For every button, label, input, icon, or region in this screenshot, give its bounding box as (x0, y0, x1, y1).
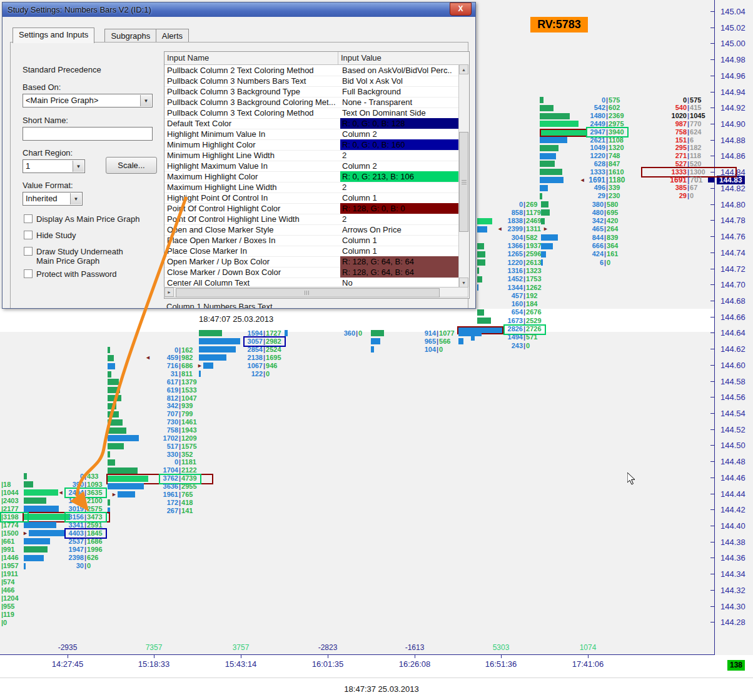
tab-alerts[interactable]: Alerts (156, 29, 189, 43)
close-icon[interactable]: X (450, 2, 472, 16)
table-row[interactable]: Minimum Highlight ColorR: 0, G: 0, B: 16… (164, 139, 458, 151)
study-settings-dialog: Study Settings: Numbers Bars V2 (ID:1) X… (2, 2, 476, 309)
bid-value: 29 (618, 192, 687, 200)
ask-value: 264 (607, 225, 618, 233)
based-on-select[interactable]: <Main Price Graph> ▼ (23, 94, 153, 108)
checkbox-icon[interactable] (24, 214, 33, 223)
value-format-select[interactable]: Inherited ▼ (23, 192, 83, 206)
ask-value: 1943 (181, 426, 196, 434)
input-value-cell: Column 1 (340, 246, 458, 256)
table-row[interactable]: Maximum Highlight Line Width2 (164, 182, 458, 193)
open-close-marker-right-icon: ► (111, 491, 117, 498)
scrollbar-thumb[interactable] (176, 288, 440, 298)
vertical-scrollbar[interactable]: ▲ ▼ (458, 64, 469, 288)
scale-button[interactable]: Scale... (106, 157, 157, 174)
checkbox-display-as-main-price-graph[interactable]: Display As Main Price Graph (24, 214, 139, 224)
dialog-title-bar[interactable]: Study Settings: Numbers Bars V2 (ID:1) X (3, 2, 475, 17)
bid-value: 914 (367, 329, 436, 338)
table-row[interactable]: Place Open Marker / Boxes InColumn 1 (164, 235, 458, 246)
checkbox-protect-with-password[interactable]: Protect with Password (24, 269, 117, 279)
bid-value: 342 (535, 217, 604, 225)
chevron-down-icon[interactable]: ▼ (140, 95, 151, 106)
inputs-table[interactable]: Input Name Input Value Pullback Column 2… (164, 51, 470, 299)
ask-value: 0 (607, 259, 610, 267)
input-value-cell: Text On Dominant Side (340, 108, 458, 118)
bid-value: 0 (537, 96, 605, 104)
open-close-marker-right-icon: ► (23, 530, 28, 537)
bidask-cell: 2621|1108 (537, 136, 624, 144)
scroll-up-icon[interactable]: ▲ (459, 64, 468, 74)
horizontal-scrollbar[interactable]: ◄ ► (164, 287, 468, 298)
bidask-cell: 965|566 (367, 338, 450, 346)
ask-value: 1686 (87, 538, 102, 546)
chevron-down-icon[interactable]: ▼ (73, 161, 84, 172)
ask-value: 364 (607, 242, 618, 250)
bid-value: 330 (109, 451, 178, 459)
table-row[interactable]: Place Close Marker InColumn 1 (164, 246, 458, 257)
table-row[interactable]: Highlight Point Of Control InColumn 1 (164, 192, 458, 204)
chevron-down-icon[interactable]: ▼ (70, 193, 81, 204)
checkbox-icon[interactable] (24, 247, 33, 256)
bidask-cell: 29|230 (537, 192, 620, 200)
checkbox-icon[interactable] (24, 269, 33, 278)
table-row[interactable]: Highlight Maximum Value InColumn 2 (164, 161, 458, 172)
tab-subgraphs[interactable]: Subgraphs (104, 29, 156, 43)
bidask-cell: 1067|946 (194, 362, 277, 370)
bid-value: 1020 (618, 112, 687, 120)
tab-settings-and-inputs[interactable]: Settings and Inputs (13, 28, 94, 43)
table-row[interactable]: Pullback Column 3 Background Coloring Me… (164, 97, 458, 108)
bidask-cell: 812|1047 (109, 394, 197, 402)
bidask-cell: 914|1077 (367, 329, 455, 338)
bid-value: 654 (454, 308, 523, 316)
column-divider[interactable] (338, 52, 338, 64)
ask-value: |0 (1, 619, 7, 626)
ask-value: |1446 (1, 554, 19, 561)
bid-value: 1333 (537, 168, 605, 176)
bid-value: 2854 (194, 346, 263, 354)
bid-value: 172 (109, 499, 178, 507)
input-name-cell: Place Open Marker / Boxes In (167, 235, 336, 246)
table-row[interactable]: Pullback Column 2 Text Coloring MethodBa… (164, 65, 458, 76)
bid-value: 360 (286, 329, 355, 338)
ask-value: 839 (607, 234, 618, 242)
bidask-cell: 0|575 (537, 96, 620, 104)
table-row[interactable]: Point Of Control Highlight Line Width2 (164, 214, 458, 225)
ask-value: 162 (181, 346, 193, 354)
scrollbar-thumb[interactable] (459, 132, 468, 232)
table-row[interactable]: Pullback Column 3 Text Coloring MethodTe… (164, 108, 458, 119)
bid-value: 380 (535, 201, 604, 209)
scroll-down-icon[interactable]: ▼ (459, 278, 468, 288)
scroll-right-icon[interactable]: ► (164, 288, 174, 297)
ask-value: 6 (690, 136, 694, 144)
ask-value: 184 (526, 300, 537, 308)
checkbox-draw-study-underneath[interactable]: Draw Study Underneath Main Price Graph (24, 247, 123, 266)
bid-value: 730 (109, 418, 178, 426)
checkbox-icon[interactable] (24, 231, 33, 239)
input-name-cell: Open and Close Marker Style (167, 224, 336, 235)
ask-value: 1996 (87, 546, 102, 554)
short-name-input[interactable] (23, 127, 153, 141)
table-row[interactable]: Open Marker / Up Box ColorR: 128, G: 64,… (164, 256, 458, 268)
input-name-cell: Minimum Highlight Line Width (167, 150, 336, 161)
ask-value: 2524 (266, 346, 281, 354)
table-row[interactable]: Open and Close Marker StyleArrows On Pri… (164, 224, 458, 236)
bidask-cell: 1691|701 (618, 176, 702, 184)
table-row[interactable]: Default Text ColorR: 0, G: 0, B: 128 (164, 118, 458, 129)
ask-value: 2676 (526, 308, 541, 316)
table-row[interactable]: Pullback Column 3 Background TypeFull Ba… (164, 86, 458, 98)
checkbox-label: Display As Main Price Graph (36, 214, 139, 224)
bidask-cell: 617|1379 (109, 378, 197, 386)
chart-region-select[interactable]: 1 ▼ (23, 159, 85, 173)
table-row[interactable]: Maximum Highlight ColorR: 0, G: 213, B: … (164, 171, 458, 182)
table-row[interactable]: Pullback Column 3 Numbers Bars TextBid V… (164, 76, 458, 87)
bidask-cell: 542|602 (537, 104, 620, 112)
table-row[interactable]: Point Of Control Highlight ColorR: 128, … (164, 203, 458, 214)
bidask-cell: 330|352 (109, 451, 193, 459)
table-row[interactable]: Minimum Highlight Line Width2 (164, 150, 458, 161)
bid-value: 0 (618, 96, 687, 104)
bid-value: 1480 (537, 112, 605, 120)
table-row[interactable]: Close Marker / Down Box ColorR: 128, G: … (164, 267, 458, 278)
table-row[interactable]: Highlight Minimum Value InColumn 2 (164, 129, 458, 140)
open-close-marker-right-icon: ► (543, 226, 548, 232)
checkbox-hide-study[interactable]: Hide Study (24, 231, 76, 240)
